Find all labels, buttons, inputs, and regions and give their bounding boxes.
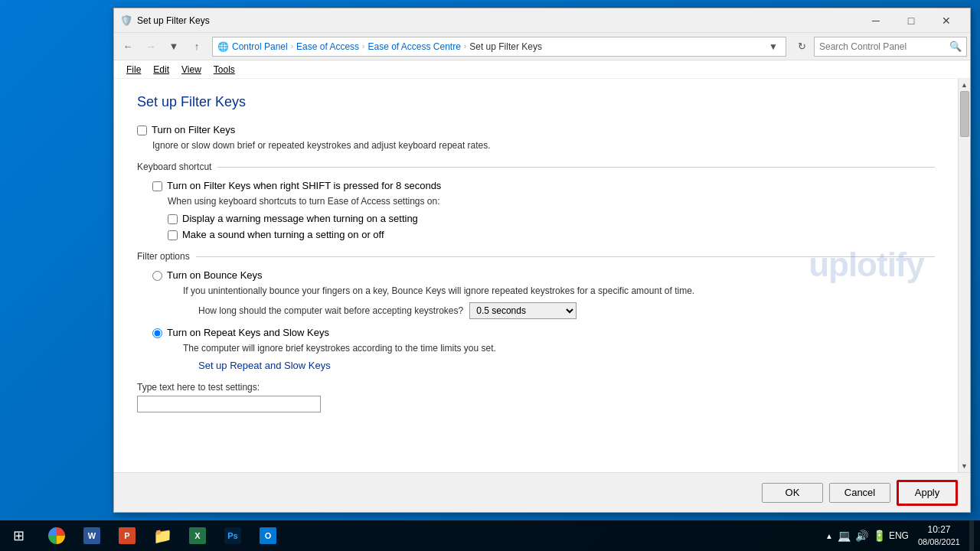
word-icon: W — [83, 527, 100, 544]
repeat-keys-radio[interactable] — [152, 328, 162, 338]
turn-on-filter-keys-checkbox[interactable] — [137, 126, 147, 135]
bounce-keys-description: If you unintentionally bounce your finge… — [183, 285, 935, 296]
menu-tools[interactable]: Tools — [207, 63, 241, 77]
address-globe-icon: 🌐 — [217, 41, 229, 52]
up-button[interactable]: ↑ — [186, 36, 207, 57]
breadcrumb-control-panel[interactable]: Control Panel — [232, 41, 288, 52]
shortcut-sub-label: When using keyboard shortcuts to turn Ea… — [168, 196, 935, 207]
excel-icon: X — [189, 527, 206, 544]
minimize-button[interactable]: ─ — [858, 8, 893, 33]
bounce-keys-area: Turn on Bounce Keys If you unintentional… — [152, 269, 935, 319]
breadcrumb-ease-centre[interactable]: Ease of Access Centre — [368, 41, 460, 52]
turn-on-filter-keys-label: Turn on Filter Keys — [152, 124, 235, 135]
shortcut-indent: Turn on Filter Keys when right SHIFT is … — [152, 180, 935, 191]
repeat-keys-row: Turn on Repeat Keys and Slow Keys — [152, 327, 935, 338]
warning-message-label: Display a warning message when turning o… — [182, 213, 418, 224]
recent-pages-button[interactable]: ▼ — [163, 36, 185, 57]
breadcrumb-sep-1: › — [291, 42, 293, 51]
wait-label: How long should the computer wait before… — [198, 305, 463, 316]
taskbar-date: 08/08/2021 — [918, 536, 960, 548]
menu-edit[interactable]: Edit — [147, 63, 175, 77]
filter-options-header: Filter options — [137, 251, 935, 262]
ok-button[interactable]: OK — [762, 483, 823, 503]
titlebar-controls: ─ □ ✕ — [858, 8, 964, 33]
content-area: Set up Filter Keys Turn on Filter Keys I… — [114, 79, 970, 472]
menu-file[interactable]: File — [120, 63, 147, 77]
repeat-keys-area: Turn on Repeat Keys and Slow Keys The co… — [152, 327, 935, 371]
setup-repeat-slow-keys-link[interactable]: Set up Repeat and Slow Keys — [198, 360, 331, 371]
taskbar-app-excel[interactable]: X — [181, 520, 214, 551]
taskbar-app-ps[interactable]: Ps — [216, 520, 250, 551]
breadcrumb-sep-3: › — [464, 42, 466, 51]
filter-keys-section: Turn on Filter Keys Ignore or slow down … — [137, 124, 935, 151]
wait-dropdown[interactable]: 0.5 seconds 1 second 2 seconds 5 seconds — [469, 302, 577, 319]
shortcut-sub-options: Display a warning message when turning o… — [168, 213, 935, 240]
bottom-bar: OK Cancel Apply — [114, 472, 970, 512]
sound-checkbox[interactable] — [168, 230, 178, 240]
filter-options-section: Filter options Turn on Bounce Keys If yo… — [137, 251, 935, 371]
scroll-up-button[interactable]: ▲ — [959, 79, 971, 91]
menu-view[interactable]: View — [175, 63, 207, 77]
test-input[interactable] — [137, 396, 321, 412]
shortcut-checkbox[interactable] — [152, 181, 162, 191]
taskbar-apps: W P 📁 X Ps O — [37, 520, 288, 551]
outlook-icon: O — [260, 527, 276, 544]
keyboard-shortcut-section: Keyboard shortcut Turn on Filter Keys wh… — [137, 161, 935, 240]
wait-dropdown-row: How long should the computer wait before… — [198, 302, 935, 319]
taskbar-app-chrome[interactable] — [40, 520, 74, 551]
scroll-thumb[interactable] — [960, 91, 969, 137]
powerpoint-icon: P — [119, 527, 136, 544]
breadcrumb-current: Set up Filter Keys — [469, 41, 542, 52]
repeat-keys-label: Turn on Repeat Keys and Slow Keys — [167, 327, 329, 338]
desktop: 🛡️ Set up Filter Keys ─ □ ✕ ← → ▼ ↑ 🌐 Co… — [0, 0, 980, 551]
taskbar-app-folder[interactable]: 📁 — [145, 520, 179, 551]
taskbar-app-outlook[interactable]: O — [251, 520, 285, 551]
sound-icon[interactable]: 🔊 — [855, 530, 868, 542]
back-button[interactable]: ← — [117, 36, 139, 57]
cancel-button[interactable]: Cancel — [829, 483, 890, 503]
network-icon[interactable]: 💻 — [838, 530, 851, 542]
bounce-keys-row: Turn on Bounce Keys — [152, 269, 935, 281]
scrollbar: ▲ ▼ — [958, 79, 970, 472]
warning-message-checkbox[interactable] — [168, 214, 178, 224]
maximize-button[interactable]: □ — [893, 8, 929, 33]
taskbar-right: ▲ 💻 🔊 🔋 ENG 10:27 08/08/2021 — [819, 520, 980, 551]
filter-keys-window: 🛡️ Set up Filter Keys ─ □ ✕ ← → ▼ ↑ 🌐 Co… — [113, 8, 971, 513]
systray: ▲ 💻 🔊 🔋 — [825, 530, 886, 542]
scroll-down-button[interactable]: ▼ — [959, 460, 971, 472]
search-icon: 🔍 — [949, 41, 962, 52]
start-button[interactable]: ⊞ — [0, 520, 37, 551]
taskbar-app-ppt[interactable]: P — [110, 520, 144, 551]
taskbar-clock[interactable]: 10:27 08/08/2021 — [912, 523, 966, 548]
close-button[interactable]: ✕ — [929, 8, 964, 33]
navbar: ← → ▼ ↑ 🌐 Control Panel › Ease of Access… — [114, 33, 970, 60]
refresh-button[interactable]: ↻ — [791, 36, 812, 57]
bounce-keys-label: Turn on Bounce Keys — [167, 269, 263, 281]
test-section: Type text here to test settings: — [137, 382, 935, 412]
breadcrumb-ease-access[interactable]: Ease of Access — [296, 41, 359, 52]
taskbar-time: 10:27 — [918, 523, 960, 536]
address-bar: 🌐 Control Panel › Ease of Access › Ease … — [212, 37, 786, 57]
windows-icon: ⊞ — [13, 527, 24, 544]
forward-button[interactable]: → — [140, 36, 162, 57]
address-dropdown-button[interactable]: ▼ — [766, 37, 781, 56]
sound-row: Make a sound when turning a setting on o… — [168, 229, 935, 240]
shortcut-checkbox-row: Turn on Filter Keys when right SHIFT is … — [152, 180, 935, 191]
search-input[interactable] — [819, 41, 946, 52]
shortcut-checkbox-label: Turn on Filter Keys when right SHIFT is … — [167, 180, 441, 191]
taskbar-app-word[interactable]: W — [75, 520, 109, 551]
titlebar: 🛡️ Set up Filter Keys ─ □ ✕ — [114, 8, 970, 33]
turn-on-filter-keys-row: Turn on Filter Keys — [137, 124, 935, 135]
repeat-keys-description: The computer will ignore brief keystroke… — [183, 343, 935, 354]
keyboard-shortcut-header: Keyboard shortcut — [137, 161, 935, 172]
setup-link-area: Set up Repeat and Slow Keys — [198, 360, 935, 371]
show-desktop-button[interactable] — [969, 520, 974, 551]
bounce-keys-radio[interactable] — [152, 271, 162, 281]
apply-button[interactable]: Apply — [897, 480, 958, 506]
page-title: Set up Filter Keys — [137, 94, 935, 110]
breadcrumb-sep-2: › — [362, 42, 364, 51]
language-indicator[interactable]: ENG — [889, 530, 909, 541]
chrome-icon — [48, 527, 65, 544]
scroll-track[interactable] — [959, 91, 971, 460]
systray-chevron-icon[interactable]: ▲ — [825, 532, 833, 540]
